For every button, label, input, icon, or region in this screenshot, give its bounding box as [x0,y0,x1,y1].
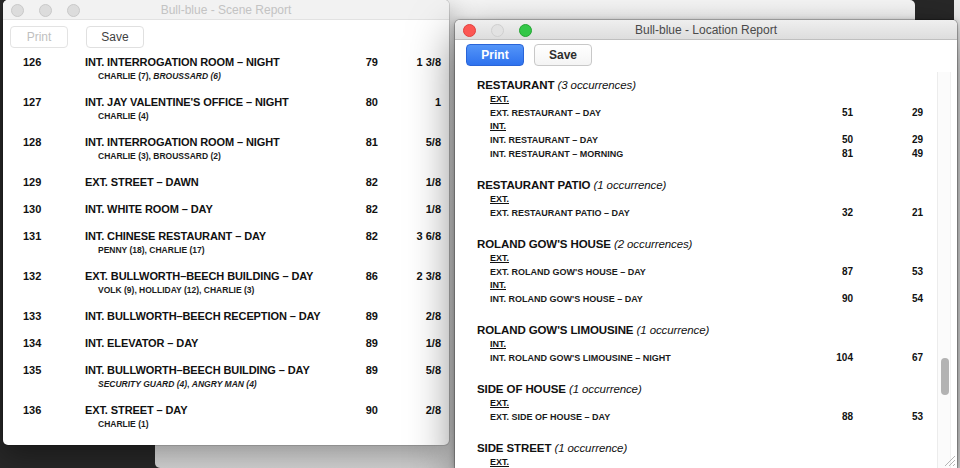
scene-page-number: 89 [328,364,378,377]
scene-cast-list: VOLK (9), HOLLIDAY (12), CHARLIE (3) [85,285,328,296]
scene-page-number: 81 [328,136,378,149]
scene-main: INT. CHINESE RESTAURANT – DAYPENNY (18),… [85,230,328,256]
location-section-header: ROLAND GOW'S HOUSE (2 occurrences) [455,237,957,251]
scene-main: INT. INTERROGATION ROOM – NIGHTCHARLIE (… [85,56,328,82]
scene-traffic-lights [11,0,80,20]
cast-member: SECURITY GUARD (4) [98,379,187,389]
minimize-icon[interactable] [39,4,52,17]
location-report-titlebar[interactable]: Bull-blue - Location Report [455,20,957,40]
location-row-value: 54 [853,292,923,305]
scene-page-length: 1/8 [378,337,441,350]
resize-grip-icon[interactable] [942,453,956,467]
scene-page-length: 1/8 [378,176,441,189]
scene-row: 134INT. ELEVATOR – DAY891/8 [3,337,449,350]
location-row-value: 29 [853,133,923,146]
scene-cast-list: PENNY (18), CHARLIE (17) [85,245,328,256]
location-name: RESTAURANT [477,79,557,91]
location-row-page: 51 [793,106,853,119]
scene-page-number: 82 [328,230,378,243]
scrollbar-track[interactable] [937,72,951,468]
location-row-page: 88 [793,410,853,423]
save-button[interactable]: Save [534,44,592,66]
scene-row: 133INT. BULLWORTH–BEECH RECEPTION – DAY8… [3,310,449,323]
scene-row: 135INT. BULLWORTH–BEECH BUILDING – DAYSE… [3,364,449,390]
location-group-label: EXT. [455,193,957,206]
location-traffic-lights [463,20,532,40]
close-icon[interactable] [463,24,476,37]
scene-cast-list: CHARLIE (7), BROUSSARD (6) [85,71,328,82]
cast-member: BROUSSARD (2) [153,151,221,161]
scrollbar-thumb[interactable] [941,358,949,395]
location-row-page: 90 [793,292,853,305]
zoom-icon[interactable] [519,24,532,37]
scene-heading: INT. ELEVATOR – DAY [85,337,328,350]
location-row-name: EXT. ROLAND GOW'S HOUSE – DAY [490,266,793,279]
location-occurrence-count: (1 occurrence) [594,179,667,191]
location-group-label: INT. [455,279,957,292]
print-button[interactable]: Print [10,26,68,48]
location-toolbar: Print Save [466,44,592,66]
location-occurrence-count: (2 occurrences) [614,238,692,250]
scene-report-titlebar[interactable]: Bull-blue - Scene Report [3,0,449,20]
scene-heading: EXT. BULLWORTH–BEECH BUILDING – DAY [85,270,328,283]
location-row: INT. RESTAURANT – DAY5029 [455,133,957,147]
location-name: RESTAURANT PATIO [477,179,594,191]
cast-member: CHARLIE (1) [98,419,149,429]
location-section: SIDE OF HOUSE (1 occurrence)EXT.EXT. SID… [455,382,957,424]
scene-main: INT. ELEVATOR – DAY [85,337,328,350]
zoom-icon[interactable] [67,4,80,17]
location-section: SIDE STREET (1 occurrence)EXT.EXT. SIDE … [455,441,957,468]
scene-page-number: 89 [328,337,378,350]
cast-member: CHARLIE (17) [149,245,204,255]
location-section-header: SIDE OF HOUSE (1 occurrence) [455,382,957,396]
scene-page-length: 1 [378,96,441,109]
scene-page-length: 1 3/8 [378,56,441,69]
location-row-value: 21 [853,206,923,219]
cast-member: CHARLIE (7) [98,71,149,81]
cast-member: CHARLIE (3) [204,285,255,295]
location-group-label: EXT. [455,397,957,410]
scene-main: INT. BULLWORTH–BEECH BUILDING – DAYSECUR… [85,364,328,390]
scene-cast-list: SECURITY GUARD (4), ANGRY MAN (4) [85,379,328,390]
location-row-value: 49 [853,147,923,160]
scene-number: 131 [23,230,85,243]
scene-number: 126 [23,56,85,69]
scene-main: EXT. BULLWORTH–BEECH BUILDING – DAYVOLK … [85,270,328,296]
cast-member: VOLK (9) [98,285,134,295]
location-row-name: INT. ROLAND GOW'S LIMOUSINE – NIGHT [490,352,793,365]
cast-member: CHARLIE (4) [98,111,149,121]
scene-main: EXT. STREET – DAWN [85,176,328,189]
location-row: EXT. SIDE OF HOUSE – DAY8853 [455,410,957,424]
location-occurrence-count: (1 occurrence) [637,324,710,336]
scene-heading: EXT. STREET – DAWN [85,176,328,189]
location-occurrence-count: (1 occurrence) [569,383,642,395]
scene-heading: EXT. STREET – DAY [85,404,328,417]
scene-page-length: 5/8 [378,364,441,377]
scene-heading: INT. CHINESE RESTAURANT – DAY [85,230,328,243]
close-icon[interactable] [11,4,24,17]
location-name: ROLAND GOW'S HOUSE [477,238,614,250]
scene-cast-list: CHARLIE (1) [85,419,328,430]
save-button[interactable]: Save [86,26,144,48]
scene-page-length: 1/8 [378,203,441,216]
location-row: EXT. RESTAURANT PATIO – DAY3221 [455,206,957,220]
location-section: ROLAND GOW'S HOUSE (2 occurrences)EXT.EX… [455,237,957,306]
location-row-value: 53 [853,410,923,423]
location-row-page: 87 [793,265,853,278]
location-group-label: EXT. [455,93,957,106]
minimize-icon[interactable] [491,24,504,37]
scene-main: INT. WHITE ROOM – DAY [85,203,328,216]
scene-window-title: Bull-blue - Scene Report [161,0,292,20]
location-report-sections: RESTAURANT (3 occurrences)EXT.EXT. RESTA… [455,70,957,468]
scene-page-length: 2/8 [378,310,441,323]
scene-row: 127INT. JAY VALENTINE'S OFFICE – NIGHTCH… [3,96,449,122]
scene-row: 136EXT. STREET – DAYCHARLIE (1)902/8 [3,404,449,430]
scene-number: 134 [23,337,85,350]
location-row: EXT. RESTAURANT – DAY5129 [455,106,957,120]
location-section-header: RESTAURANT PATIO (1 occurrence) [455,178,957,192]
scene-heading: INT. BULLWORTH–BEECH RECEPTION – DAY [85,310,328,323]
cast-member: CHARLIE (3) [98,151,149,161]
print-button[interactable]: Print [466,44,524,66]
location-occurrence-count: (3 occurrences) [557,79,635,91]
scene-heading: INT. BULLWORTH–BEECH BUILDING – DAY [85,364,328,377]
